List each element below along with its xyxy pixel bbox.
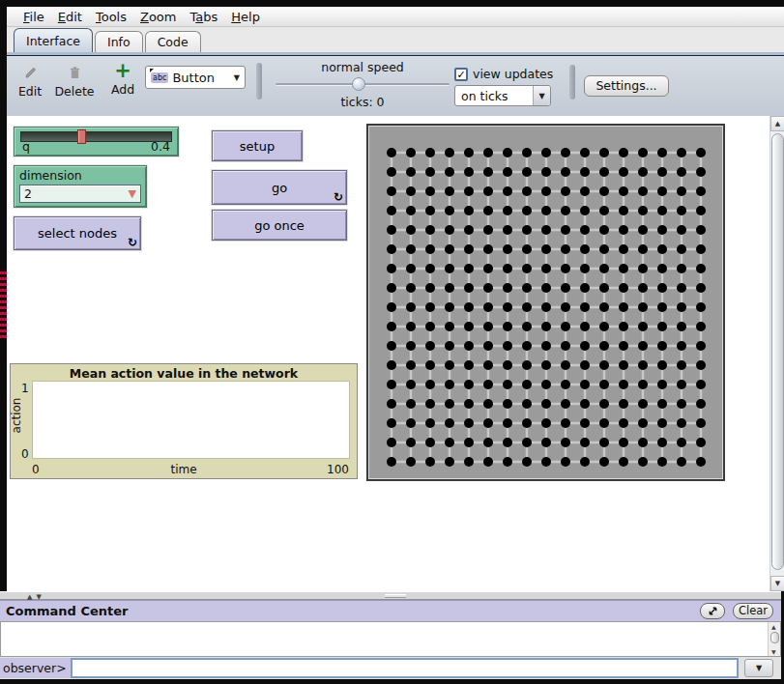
observer-prompt-label: observer> [0, 658, 71, 678]
setup-label: setup [240, 139, 275, 154]
tab-info[interactable]: Info [95, 31, 143, 52]
scroll-down-arrow-icon[interactable]: ▼ [770, 576, 784, 591]
view-updates-control: ✓ view updates [454, 67, 553, 81]
plus-icon: + [102, 61, 144, 80]
chooser-arrow-icon: ▼ [129, 187, 136, 200]
tab-row: InterfaceInfoCode [7, 27, 784, 52]
settings-button[interactable]: Settings... [584, 75, 669, 97]
world-view[interactable] [366, 124, 725, 481]
world-grid-svg [369, 127, 723, 480]
speed-control: normal speed ticks: 0 [276, 60, 450, 109]
command-center-splitter[interactable]: ▲▼ [0, 591, 781, 600]
menu-help[interactable]: Help [224, 9, 267, 25]
go-button[interactable]: go ↻ [212, 170, 347, 205]
plot-y-axis-label: action [10, 398, 23, 434]
scroll-up-arrow-icon[interactable]: ▲ [770, 116, 784, 131]
plot-mean-action-value[interactable]: Mean action value in the network 1 0 act… [10, 363, 358, 479]
plot-area [32, 381, 350, 459]
chooser-dimension-dropdown[interactable]: 2 ▼ [19, 185, 141, 203]
chevron-down-icon: ▼ [234, 73, 240, 82]
menu-zoom[interactable]: Zoom [133, 9, 183, 25]
select-nodes-label: select nodes [38, 226, 117, 241]
pencil-icon [11, 63, 49, 82]
abc-widget-icon: abc [151, 72, 168, 83]
interface-canvas: q 0.4 dimension 2 ▼ select nodes ↻ setup… [7, 116, 784, 591]
setup-button[interactable]: setup [212, 130, 303, 161]
edit-button[interactable]: Edit [11, 63, 49, 99]
diagonal-arrows-icon [708, 606, 718, 616]
menu-edit[interactable]: Edit [51, 9, 89, 25]
ticks-counter: ticks: 0 [276, 95, 450, 109]
forever-icon: ↻ [128, 237, 137, 248]
menu-bar: FileEditToolsZoomTabsHelp [7, 7, 784, 27]
command-line-row: observer> ▼ [0, 657, 781, 679]
plot-x-max-tick: 100 [327, 463, 349, 476]
toolbar-separator [569, 65, 575, 100]
speed-slider[interactable] [276, 83, 450, 86]
add-button[interactable]: + Add [102, 61, 144, 97]
menu-tabs[interactable]: Tabs [183, 9, 224, 25]
command-center-title: Command Center [0, 604, 700, 618]
delete-button[interactable]: Delete [51, 63, 98, 99]
scroll-up-arrow-icon[interactable]: ▲ [771, 623, 776, 630]
chooser-dimension[interactable]: dimension 2 ▼ [14, 165, 147, 208]
slider-q[interactable]: q 0.4 [14, 127, 179, 157]
view-updates-checkbox[interactable]: ✓ [454, 68, 468, 81]
go-once-button[interactable]: go once [212, 210, 347, 241]
plot-y-min-tick: 0 [21, 447, 29, 461]
select-nodes-button[interactable]: select nodes ↻ [14, 216, 141, 250]
output-scrollbar[interactable]: ▲ ▼ [768, 622, 780, 656]
go-label: go [272, 181, 287, 195]
scrollbar-thumb[interactable] [770, 632, 779, 643]
clear-button[interactable]: Clear [733, 603, 773, 619]
view-updates-label: view updates [473, 67, 553, 81]
detach-button[interactable] [700, 603, 725, 619]
interface-toolbar: Edit Delete + Add abc Button ▼ normal sp… [7, 56, 784, 116]
add-label: Add [102, 82, 144, 97]
command-center-header: Command Center Clear [0, 600, 781, 621]
delete-label: Delete [51, 84, 98, 99]
edit-label: Edit [11, 84, 49, 99]
go-once-label: go once [254, 218, 305, 233]
widget-type-value: Button [172, 71, 215, 85]
tab-code[interactable]: Code [145, 31, 201, 52]
history-dropdown-button[interactable]: ▼ [744, 659, 773, 677]
netlogo-window: FileEditToolsZoomTabsHelp InterfaceInfoC… [0, 0, 784, 684]
menu-file[interactable]: File [16, 9, 51, 25]
slider-q-label: q [22, 139, 30, 154]
tab-interface[interactable]: Interface [14, 28, 93, 52]
forever-icon: ↻ [334, 191, 343, 203]
widget-type-dropdown[interactable]: abc Button ▼ [145, 66, 246, 89]
scroll-down-arrow-icon[interactable]: ▼ [771, 648, 776, 655]
plot-y-max-tick: 1 [21, 382, 29, 395]
toolbar-separator [256, 63, 262, 100]
scrollbar-thumb[interactable] [771, 133, 784, 570]
main-vertical-scrollbar[interactable]: ▲ ▼ [769, 116, 784, 591]
speed-label: normal speed [276, 60, 450, 74]
command-input[interactable] [71, 658, 739, 678]
plot-title: Mean action value in the network [11, 366, 357, 381]
menu-tools[interactable]: Tools [89, 9, 133, 25]
desktop-edge-pattern [0, 269, 7, 338]
command-center-output[interactable]: ▲ ▼ [0, 621, 781, 657]
chooser-dimension-value: 2 [24, 186, 129, 201]
plot-x-axis-label: time [11, 463, 357, 476]
chevron-down-icon: ▼ [533, 86, 550, 105]
slider-q-value: 0.4 [151, 139, 170, 154]
update-mode-dropdown[interactable]: on ticks ▼ [454, 85, 551, 106]
trash-icon [51, 63, 98, 82]
speed-slider-thumb[interactable] [352, 77, 365, 91]
chooser-dimension-label: dimension [19, 168, 141, 183]
splitter-handle-icon[interactable] [385, 594, 406, 598]
update-mode-value: on ticks [455, 89, 533, 103]
